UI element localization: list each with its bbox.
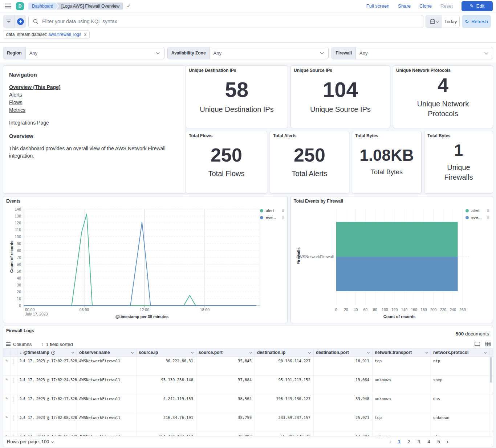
- page-button-1[interactable]: 1: [396, 439, 403, 445]
- filter-controls-group: +: [3, 15, 26, 28]
- svg-text:AWSNetworkFirewall: AWSNetworkFirewall: [296, 254, 334, 259]
- svg-text:160: 160: [411, 308, 417, 312]
- filter-menu-button[interactable]: [3, 15, 15, 28]
- row-checkbox[interactable]: [13, 416, 14, 421]
- events-bar-chart[interactable]: 020406080100120140160180200220240260AWSN…: [291, 196, 493, 323]
- region-control[interactable]: Region Any: [3, 47, 164, 59]
- column-header-sourceport[interactable]: source.port: [196, 349, 255, 356]
- row-checkbox[interactable]: [13, 359, 14, 364]
- svg-text:0: 0: [335, 308, 337, 312]
- svg-text:50: 50: [17, 269, 21, 273]
- cell-sourceip: 216.34.76.191: [137, 413, 196, 432]
- legend-dot: [465, 216, 469, 219]
- column-header-sourceip[interactable]: source.ip: [137, 349, 196, 356]
- svg-text:100: 100: [382, 308, 388, 312]
- row-checkbox-cell: [11, 413, 17, 432]
- expand-row-icon[interactable]: ✎: [3, 394, 11, 413]
- nav-link-metrics[interactable]: Metrics: [9, 107, 180, 113]
- sort-icon: ↕: [41, 342, 43, 347]
- expand-row-icon[interactable]: ✎: [3, 432, 11, 436]
- expand-row-icon[interactable]: ✎: [3, 357, 11, 375]
- rows-per-page-button[interactable]: Rows per page: 100: [7, 439, 53, 444]
- firewall-control[interactable]: Firewall Any: [332, 47, 493, 59]
- metric-label: Total Bytes: [371, 168, 403, 176]
- row-checkbox[interactable]: [13, 378, 14, 383]
- cell-sourceip: 93.139.236.148: [137, 375, 196, 394]
- panel-title: Firewall Logs: [6, 328, 34, 333]
- clone-button[interactable]: Clone: [419, 3, 432, 9]
- grid-density-icon[interactable]: [485, 342, 491, 346]
- page-button-5[interactable]: 5: [435, 439, 442, 445]
- svg-text:06:00: 06:00: [80, 308, 89, 312]
- metric-value: 104: [323, 79, 358, 100]
- cell-sourceport: 38,564: [196, 394, 255, 413]
- columns-button[interactable]: Columns: [6, 342, 32, 347]
- metric-unique-firewalls: Total Bytes 1 Unique Firewalls: [424, 131, 493, 194]
- column-header-observername[interactable]: observer.name: [77, 349, 137, 356]
- sort-fields-button[interactable]: ↕ 1 field sorted: [41, 342, 73, 347]
- menu-icon[interactable]: [5, 4, 11, 8]
- legend-handle-icon[interactable]: ⠿: [487, 216, 489, 220]
- column-header-destinationip[interactable]: destination.ip: [255, 349, 314, 356]
- metric-label: Unique Network Protocols: [410, 99, 476, 119]
- cell-networktransport: tcp: [373, 357, 431, 375]
- cell-timestamp: Jul 17, 2023 @ 17:02:08.328: [17, 413, 77, 432]
- kql-search-input[interactable]: [42, 19, 419, 24]
- events-line-chart[interactable]: 010203040506070809010011012013014000:00J…: [3, 196, 287, 323]
- row-checkbox[interactable]: [13, 397, 14, 402]
- svg-text:260: 260: [459, 308, 466, 312]
- filter-pill-datastream[interactable]: data_stream.dataset: aws.firewall_logs x: [3, 30, 90, 38]
- column-header-networktransport[interactable]: network.transport: [373, 349, 431, 356]
- firewall-control-label: Firewall: [332, 47, 356, 59]
- add-filter-button[interactable]: +: [15, 15, 26, 28]
- refresh-button[interactable]: ↻ Refresh: [462, 15, 491, 28]
- page-button-3[interactable]: 3: [415, 439, 422, 445]
- svg-text:60: 60: [363, 308, 367, 312]
- breadcrumb-page-title[interactable]: [Logs AWS] Firewall Overview: [56, 3, 123, 10]
- availability-zone-control[interactable]: Availability Zone Any: [167, 47, 329, 59]
- chevron-down-icon: [320, 51, 324, 54]
- prev-page-button[interactable]: ‹: [388, 439, 393, 445]
- legend-item-event[interactable]: eve... ⠿: [465, 215, 489, 220]
- vertical-scrollbar[interactable]: [490, 357, 492, 383]
- region-control-label: Region: [3, 47, 26, 59]
- share-button[interactable]: Share: [398, 3, 411, 9]
- panel-title: Total Events by Firewall: [294, 199, 343, 204]
- page-button-2[interactable]: 2: [406, 439, 412, 445]
- legend-handle-icon[interactable]: ⠿: [487, 209, 489, 213]
- nav-link-integrations[interactable]: Integrations Page: [9, 120, 180, 126]
- overview-heading: Overview: [9, 133, 180, 139]
- display-options-icon[interactable]: [475, 342, 480, 346]
- legend-item-event[interactable]: eve... ⠿: [260, 215, 284, 220]
- date-range-button[interactable]: Today: [442, 15, 459, 28]
- metric-value: 250: [211, 146, 242, 164]
- metric-label: Unique Source IPs: [310, 105, 371, 114]
- nav-link-flows[interactable]: Flows: [9, 99, 180, 105]
- column-header-networkprotocol[interactable]: network.protocol: [431, 349, 489, 356]
- legend-item-alert[interactable]: alert ⠿: [465, 208, 489, 213]
- cell-timestamp: Jul 17, 2023 @ 17:02:24.328: [17, 375, 77, 394]
- full-screen-button[interactable]: Full screen: [366, 3, 390, 9]
- cell-timestamp: Jul 17, 2023 @ 17:01:55.328: [17, 432, 77, 436]
- legend-handle-icon[interactable]: ⠿: [281, 209, 284, 213]
- breadcrumb-dashboard[interactable]: Dashboard: [28, 3, 58, 10]
- top-navigation-bar: D Dashboard [Logs AWS] Firewall Overview…: [0, 0, 496, 12]
- legend-item-alert[interactable]: alert ⠿: [260, 208, 284, 213]
- nav-link-overview[interactable]: Overview (This Page): [9, 84, 180, 90]
- next-page-button[interactable]: ›: [445, 439, 450, 445]
- cell-sourceip: 36.222.80.31: [137, 357, 196, 375]
- reset-button[interactable]: Reset: [440, 3, 453, 9]
- nav-link-alerts[interactable]: Alerts: [9, 92, 180, 98]
- space-avatar[interactable]: D: [16, 2, 24, 10]
- availability-zone-control-label: Availability Zone: [168, 47, 210, 59]
- date-picker-menu-button[interactable]: [426, 15, 442, 28]
- page-button-4[interactable]: 4: [425, 439, 432, 445]
- expand-row-icon[interactable]: ✎: [3, 375, 11, 394]
- edit-button[interactable]: ✎ Edit: [462, 1, 493, 11]
- cell-networkprotocol: ntp: [431, 357, 489, 375]
- column-header-destinationport[interactable]: destination.port: [314, 349, 373, 356]
- remove-filter-icon[interactable]: x: [84, 32, 86, 37]
- column-header-timestamp[interactable]: ↓@timestamp: [17, 349, 77, 356]
- legend-handle-icon[interactable]: ⠿: [281, 216, 284, 220]
- expand-row-icon[interactable]: ✎: [3, 413, 11, 432]
